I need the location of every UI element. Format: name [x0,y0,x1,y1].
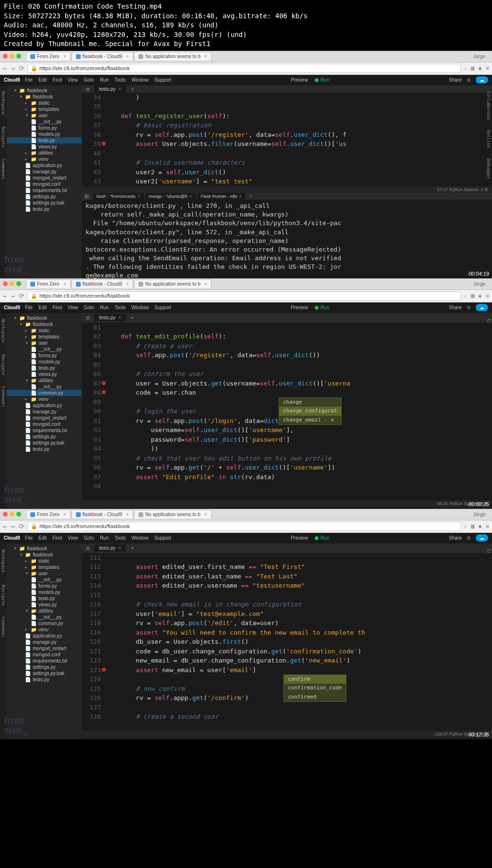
tree-file[interactable]: 📄settings.py [7,193,82,200]
menu-view[interactable]: View [68,77,78,83]
terminal-tab-bar: ▤ bash - "fromzeroedu× mongo - "ubuntu@f… [82,193,492,200]
cloud9-logo: Cloud9 [4,77,20,83]
terminal-output[interactable]: kuges/botocore/client.py , line 270, in … [82,200,492,278]
debugger-tab[interactable]: Debugger [485,156,492,182]
menu-tools[interactable]: Tools [114,77,125,83]
reload-button[interactable]: ⟳ [19,64,25,72]
menu-icon[interactable]: ≡ [486,65,489,72]
tree-file[interactable]: 📄__init__.py [7,119,82,125]
maximize-window-button[interactable] [16,281,21,286]
close-tab-icon[interactable]: × [63,54,66,59]
screenshot-2: From Zero× flaskbook - Cloud9× No applic… [0,278,492,509]
terminal-tab-flask[interactable]: Flask Runner - Idle× [197,193,246,200]
close-window-button[interactable] [3,54,8,59]
autocomplete-popup[interactable]: change change_configurat change_email - … [279,398,342,425]
tree-folder[interactable]: ▼📁flaskbook [7,94,82,100]
minimize-window-button[interactable] [10,281,14,286]
close-tab-icon[interactable]: × [119,86,122,92]
menu-file[interactable]: File [25,77,33,83]
menu-run[interactable]: Run [100,77,109,83]
browser-url-bar: ← → ⟳ 🔒 https://ide.c9.io/fromzeroedu/fl… [0,62,492,75]
close-tab-icon[interactable]: × [126,54,129,59]
tree-file[interactable]: 📄views.py [7,144,82,150]
tree-file[interactable]: 📄mongod_restart [7,175,82,181]
commands-tab[interactable]: Commands [0,156,7,182]
media-info-header: File: 026 Confirmation Code Testing.mp4 … [0,0,492,51]
tree-file[interactable]: 📄models.py [7,131,82,137]
screenshot-1: From Zero× flaskbook - Cloud9× No applic… [0,51,492,278]
bookmark-icon[interactable]: ☆ [464,65,467,72]
profile-name: Jorge [473,54,485,59]
settings-icon[interactable]: ⚙ [467,77,471,83]
share-button[interactable]: Share [449,77,462,83]
tree-root[interactable]: ▼📁flaskbook [7,87,82,94]
tree-file[interactable]: 📄application.py [7,162,82,169]
browser-tab[interactable]: flaskbook - Cloud9× [72,279,134,288]
url-input[interactable]: 🔒 https://ide.c9.io/fromzeroedu/flaskboo… [27,64,461,73]
collaborate-tab[interactable]: Collaborate [485,88,492,123]
maximize-window-button[interactable] [16,54,21,59]
tree-file-active[interactable]: 📄tests.py [7,137,82,144]
forward-button[interactable]: → [11,64,14,72]
tree-file[interactable]: 📄settings.py.bak [7,200,82,206]
code-editor[interactable]: 818283848586878889909192939495969798 def… [82,323,492,500]
new-tab-button[interactable]: + [128,86,137,92]
menu-goto[interactable]: Goto [84,77,94,83]
menu-window[interactable]: Window [132,77,149,83]
code-editor[interactable]: 34353637383940414243 ) def test_register… [82,93,492,186]
autocomplete-popup[interactable]: confirm confirmation_code confirmed [283,675,346,702]
close-tab-icon[interactable]: × [204,54,207,59]
terminal-tab-mongo[interactable]: mongo - "ubuntu@fr× [145,193,196,200]
editor-tab-bar: ▤ tests.py× + [82,85,492,93]
preview-button[interactable]: Preview [291,77,308,83]
tree-folder[interactable]: ▸📁static [7,100,82,106]
code-editor[interactable]: 1111121131141151161171181191201211221231… [82,553,492,731]
browser-tab[interactable]: No application seems to b× [134,279,211,288]
file-tree: ▼📁flaskbook ▼📁flaskbook ▸📁static ▸📁templ… [7,543,82,739]
terminal-tab-bash[interactable]: bash - "fromzeroedu× [93,193,144,200]
url-input[interactable]: 🔒https://ide.c9.io/fromzeroedu/flaskbook [27,291,461,301]
ide-menubar: Cloud9 File Edit Find View Goto Run Tool… [0,75,492,85]
browser-tab-strip: From Zero× flaskbook - Cloud9× No applic… [0,51,492,62]
tree-file[interactable]: 📄mongod.conf [7,181,82,187]
close-window-button[interactable] [3,281,8,286]
lock-icon: 🔒 [31,65,37,72]
new-terminal-button[interactable]: + [246,194,255,199]
tree-file[interactable]: 📄manage.py [7,169,82,175]
browser-tab-cloud9[interactable]: flaskbook - Cloud9× [72,52,134,60]
tree-folder[interactable]: ▸📁venv [7,156,82,162]
minimize-window-button[interactable] [10,54,14,59]
run-button[interactable]: Run [315,77,329,83]
menu-find[interactable]: Find [52,77,62,83]
tree-folder[interactable]: ▸📁templates [7,106,82,112]
panel-icon[interactable]: ▤ [84,86,92,92]
menu-support[interactable]: Support [154,77,171,83]
navigate-tab[interactable]: Navigate [0,124,7,150]
outline-tab[interactable]: Outline [485,127,492,151]
tree-folder[interactable]: ▼📁user [7,112,82,119]
timestamp: 00:04:19 [468,271,489,277]
extension-icon[interactable]: ▦ [471,65,474,72]
panel-icon[interactable]: ▤ [82,193,92,199]
browser-tab-fromzero[interactable]: From Zero× [26,52,71,60]
file-tree: ▼📁flaskbook ▼📁flaskbook ▸📁static ▸📁templ… [7,313,82,509]
browser-tab[interactable]: From Zero× [26,279,71,288]
workspace-tab[interactable]: Workspace [0,88,7,118]
screenshot-3: From Zero× flaskbook - Cloud9× No applic… [0,509,492,739]
watermark: fromzerø_ [4,254,27,274]
file-tree: ▼📁flaskbook ▼📁flaskbook ▸📁static ▸📁templ… [7,85,82,278]
editor-status-bar: 67:47 Python Spaces: 4 ⚙ [82,186,492,193]
menu-edit[interactable]: Edit [38,77,47,83]
editor-tab-testspy[interactable]: tests.py× [94,85,126,93]
browser-tab-noapp[interactable]: No application seems to b× [134,52,211,60]
tree-file[interactable]: 📄requirements.txt [7,187,82,193]
tree-folder[interactable]: ▸📁utilities [7,150,82,156]
cloud-button[interactable]: ☁ [476,76,488,84]
extension-icon[interactable]: ◆ [479,65,482,72]
tree-file[interactable]: 📄forms.py [7,125,82,131]
back-button[interactable]: ← [3,64,7,72]
tree-file[interactable]: 📄tests.py [7,206,82,212]
